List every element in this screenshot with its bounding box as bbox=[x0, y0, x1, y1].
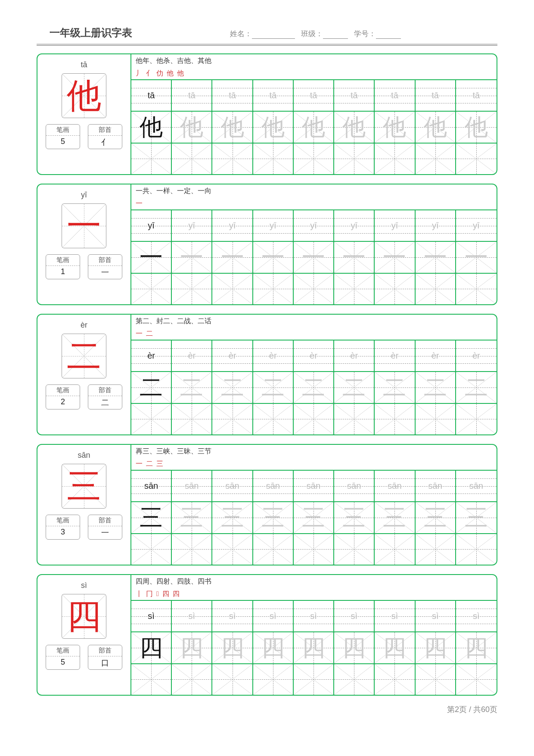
name-blank[interactable] bbox=[252, 30, 295, 39]
blank-practice-cell[interactable] bbox=[456, 274, 497, 304]
character-cell[interactable]: 一 bbox=[375, 242, 415, 272]
blank-practice-cell[interactable] bbox=[212, 664, 253, 695]
blank-practice-cell[interactable] bbox=[212, 144, 253, 174]
character-cell[interactable]: 三 bbox=[375, 502, 415, 533]
blank-practice-cell[interactable] bbox=[334, 274, 375, 304]
blank-practice-cell[interactable] bbox=[212, 534, 253, 565]
blank-practice-cell[interactable] bbox=[212, 404, 253, 434]
pinyin-cell[interactable]: yī bbox=[172, 210, 212, 241]
pinyin-cell[interactable]: sì bbox=[416, 601, 456, 631]
pinyin-cell[interactable]: èr bbox=[334, 341, 375, 371]
pinyin-cell[interactable]: sān bbox=[253, 471, 294, 501]
character-cell[interactable]: 他 bbox=[294, 112, 334, 142]
blank-practice-cell[interactable] bbox=[253, 534, 294, 565]
blank-practice-cell[interactable] bbox=[253, 274, 294, 304]
character-cell[interactable]: 一 bbox=[294, 242, 334, 272]
blank-practice-cell[interactable] bbox=[131, 144, 172, 174]
class-blank[interactable] bbox=[323, 30, 348, 39]
pinyin-cell[interactable]: yī bbox=[456, 210, 497, 241]
pinyin-cell[interactable]: tā bbox=[172, 80, 212, 111]
character-cell[interactable]: 三 bbox=[172, 502, 212, 533]
blank-practice-cell[interactable] bbox=[172, 144, 212, 174]
pinyin-cell[interactable]: èr bbox=[375, 341, 415, 371]
pinyin-cell[interactable]: sān bbox=[172, 471, 212, 501]
character-cell[interactable]: 四 bbox=[334, 632, 375, 663]
blank-practice-cell[interactable] bbox=[212, 274, 253, 304]
blank-practice-cell[interactable] bbox=[253, 664, 294, 695]
character-cell[interactable]: 二 bbox=[294, 372, 334, 403]
pinyin-cell[interactable]: tā bbox=[294, 80, 334, 111]
blank-practice-cell[interactable] bbox=[294, 274, 334, 304]
blank-practice-cell[interactable] bbox=[172, 274, 212, 304]
pinyin-cell[interactable]: tā bbox=[375, 80, 415, 111]
character-cell[interactable]: 四 bbox=[172, 632, 212, 663]
pinyin-cell[interactable]: sān bbox=[375, 471, 415, 501]
character-cell[interactable]: 二 bbox=[334, 372, 375, 403]
character-cell[interactable]: 二 bbox=[253, 372, 294, 403]
character-cell[interactable]: 四 bbox=[212, 632, 253, 663]
pinyin-cell[interactable]: sān bbox=[416, 471, 456, 501]
blank-practice-cell[interactable] bbox=[375, 144, 415, 174]
character-cell[interactable]: 三 bbox=[294, 502, 334, 533]
character-cell[interactable]: 二 bbox=[416, 372, 456, 403]
blank-practice-cell[interactable] bbox=[416, 144, 456, 174]
blank-practice-cell[interactable] bbox=[416, 274, 456, 304]
character-cell[interactable]: 他 bbox=[172, 112, 212, 142]
pinyin-cell[interactable]: sì bbox=[334, 601, 375, 631]
blank-practice-cell[interactable] bbox=[334, 144, 375, 174]
character-cell[interactable]: 三 bbox=[212, 502, 253, 533]
character-cell[interactable]: 一 bbox=[212, 242, 253, 272]
id-blank[interactable] bbox=[376, 30, 401, 39]
pinyin-cell[interactable]: yī bbox=[334, 210, 375, 241]
pinyin-cell[interactable]: yī bbox=[416, 210, 456, 241]
character-cell[interactable]: 一 bbox=[253, 242, 294, 272]
blank-practice-cell[interactable] bbox=[334, 404, 375, 434]
character-cell[interactable]: 一 bbox=[172, 242, 212, 272]
character-cell[interactable]: 四 bbox=[416, 632, 456, 663]
pinyin-cell[interactable]: sān bbox=[212, 471, 253, 501]
blank-practice-cell[interactable] bbox=[131, 404, 172, 434]
pinyin-cell[interactable]: èr bbox=[456, 341, 497, 371]
pinyin-cell[interactable]: tā bbox=[416, 80, 456, 111]
blank-practice-cell[interactable] bbox=[334, 664, 375, 695]
character-cell[interactable]: 二 bbox=[212, 372, 253, 403]
pinyin-cell[interactable]: sān bbox=[456, 471, 497, 501]
blank-practice-cell[interactable] bbox=[456, 144, 497, 174]
pinyin-cell[interactable]: yī bbox=[212, 210, 253, 241]
blank-practice-cell[interactable] bbox=[253, 144, 294, 174]
character-cell[interactable]: 一 bbox=[334, 242, 375, 272]
pinyin-cell[interactable]: sì bbox=[294, 601, 334, 631]
pinyin-cell[interactable]: èr bbox=[172, 341, 212, 371]
pinyin-cell[interactable]: sān bbox=[294, 471, 334, 501]
blank-practice-cell[interactable] bbox=[375, 404, 415, 434]
pinyin-cell[interactable]: èr bbox=[416, 341, 456, 371]
blank-practice-cell[interactable] bbox=[172, 664, 212, 695]
blank-practice-cell[interactable] bbox=[456, 404, 497, 434]
character-cell[interactable]: 二 bbox=[172, 372, 212, 403]
character-cell[interactable]: 三 bbox=[456, 502, 497, 533]
pinyin-cell[interactable]: sì bbox=[172, 601, 212, 631]
pinyin-cell[interactable]: èr bbox=[253, 341, 294, 371]
character-cell[interactable]: 四 bbox=[294, 632, 334, 663]
blank-practice-cell[interactable] bbox=[294, 664, 334, 695]
pinyin-cell[interactable]: tā bbox=[334, 80, 375, 111]
blank-practice-cell[interactable] bbox=[416, 664, 456, 695]
character-cell[interactable]: 四 bbox=[456, 632, 497, 663]
pinyin-cell[interactable]: tā bbox=[253, 80, 294, 111]
blank-practice-cell[interactable] bbox=[416, 404, 456, 434]
pinyin-cell[interactable]: sì bbox=[375, 601, 415, 631]
character-cell[interactable]: 三 bbox=[416, 502, 456, 533]
blank-practice-cell[interactable] bbox=[416, 534, 456, 565]
blank-practice-cell[interactable] bbox=[294, 144, 334, 174]
character-cell[interactable]: 四 bbox=[253, 632, 294, 663]
character-cell[interactable]: 一 bbox=[416, 242, 456, 272]
pinyin-cell[interactable]: sān bbox=[334, 471, 375, 501]
blank-practice-cell[interactable] bbox=[294, 534, 334, 565]
blank-practice-cell[interactable] bbox=[375, 534, 415, 565]
pinyin-cell[interactable]: yī bbox=[253, 210, 294, 241]
blank-practice-cell[interactable] bbox=[334, 534, 375, 565]
character-cell[interactable]: 他 bbox=[212, 112, 253, 142]
blank-practice-cell[interactable] bbox=[456, 534, 497, 565]
character-cell[interactable]: 三 bbox=[334, 502, 375, 533]
blank-practice-cell[interactable] bbox=[375, 274, 415, 304]
